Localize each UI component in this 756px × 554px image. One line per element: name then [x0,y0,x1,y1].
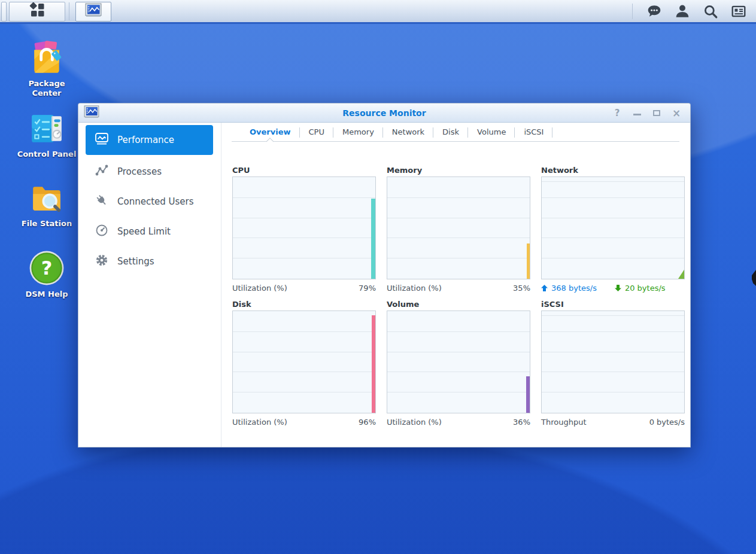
taskbar-separator [632,4,633,19]
footer-label: Utilization (%) [232,418,287,427]
volume-chart [387,311,530,413]
footer-value: 35% [513,284,530,293]
cpu-current-bar [371,199,375,279]
sidebar-item-label: Settings [117,256,154,267]
gauge-icon [95,224,109,239]
desktop-icon-file-station[interactable]: File Station [14,181,79,229]
performance-icon [95,132,109,148]
search-icon[interactable] [703,4,718,19]
sidebar-item-label: Performance [117,135,174,145]
panel-title: iSCSI [541,300,685,311]
titlebar[interactable]: Resource Monitor ? × [78,104,690,123]
tab-volume[interactable]: Volume [468,124,515,141]
sidebar-item-connected-users[interactable]: Connected Users [86,188,213,215]
maximize-button[interactable] [652,108,661,118]
resource-monitor-icon [85,3,102,20]
memory-chart [387,176,530,279]
desktop-icon-label: File Station [14,219,79,229]
widgets-icon[interactable] [731,4,746,19]
window-title: Resource Monitor [78,108,690,118]
footer-label: Utilization (%) [387,284,442,293]
overview-panels: CPU Utilization (%) 79% Memory [232,166,685,427]
show-desktop-button[interactable] [1,2,7,22]
resource-monitor-icon [84,105,99,121]
footer-value: 0 bytes/s [649,418,685,427]
plug-icon [95,194,109,209]
sidebar-item-label: Processes [117,166,162,177]
volume-panel: Volume Utilization (%) 36% [387,300,530,427]
tab-iscsi[interactable]: iSCSI [515,124,552,141]
gear-icon [95,254,109,269]
panel-title: Volume [387,300,530,311]
tab-overview[interactable]: Overview [241,124,300,141]
desktop-icon-package-center[interactable]: Package Center [14,41,79,98]
desktop-icon-control-panel[interactable]: Control Panel [14,111,79,159]
user-icon[interactable] [675,4,690,19]
footer-label: Throughput [541,418,587,427]
tab-network[interactable]: Network [383,124,433,141]
iscsi-panel: iSCSI Throughput 0 bytes/s [541,300,685,427]
taskbar-separator [69,2,69,20]
upload-arrow-icon [541,285,548,291]
panel-title: Disk [232,300,376,311]
desktop-icon-label: Package Center [14,79,79,98]
mouse-cursor [752,270,756,286]
tab-memory[interactable]: Memory [333,124,383,141]
tab-bar: Overview CPU Memory Network Disk Volume … [232,124,679,142]
main-content: Overview CPU Memory Network Disk Volume … [221,123,690,447]
footer-label: Utilization (%) [232,284,287,293]
panel-title: Memory [387,166,530,176]
memory-current-bar [527,243,530,279]
window-controls: ? × [612,108,681,118]
sidebar-item-speed-limit[interactable]: Speed Limit [86,218,213,245]
resource-monitor-task-button[interactable] [75,2,111,22]
panel-title: Network [541,166,685,176]
main-menu-button[interactable] [9,2,65,22]
package-center-icon [14,41,79,75]
notifications-icon[interactable] [646,4,662,19]
control-panel-icon [14,111,79,146]
network-download-text: 20 bytes/s [625,284,666,293]
svg-text:?: ? [41,257,53,279]
download-arrow-icon [615,285,621,291]
desktop-icon-label: Control Panel [14,150,79,159]
network-panel: Network 368 bytes/s 20 bytes/s [541,166,685,293]
sidebar-item-performance[interactable]: Performance [86,125,213,155]
main-menu-icon [28,2,46,20]
footer-value: 79% [359,284,376,293]
cpu-chart [232,176,376,279]
memory-panel: Memory Utilization (%) 35% [387,166,530,293]
cpu-panel: CPU Utilization (%) 79% [232,166,376,293]
sidebar-item-processes[interactable]: Processes [86,159,213,185]
sidebar-item-settings[interactable]: Settings [86,248,213,275]
tab-cpu[interactable]: CPU [300,124,333,141]
resource-monitor-window: Resource Monitor ? × [78,103,691,448]
footer-value: 96% [359,418,376,427]
sidebar-item-label: Connected Users [117,196,194,207]
desktop-icon-label: DSM Help [14,290,79,299]
footer-value: 36% [513,418,530,427]
disk-current-bar [372,315,375,413]
sidebar-item-label: Speed Limit [117,226,171,237]
desktop-icon-dsm-help[interactable]: ? DSM Help [14,250,79,299]
network-current-spike [678,270,684,279]
tab-disk[interactable]: Disk [433,124,468,141]
desktop: Package Center Control Panel [0,0,756,554]
file-station-icon [14,181,79,215]
processes-icon [95,164,109,179]
iscsi-chart [541,311,685,413]
taskbar [0,0,756,24]
footer-label: Utilization (%) [387,418,442,427]
close-button[interactable]: × [672,108,681,118]
network-chart [541,176,685,279]
network-upload-text: 368 bytes/s [551,284,597,293]
minimize-button[interactable] [632,108,642,118]
disk-chart [232,311,376,413]
help-icon: ? [14,250,79,286]
help-button[interactable]: ? [612,108,622,118]
sidebar: Performance Processes [78,123,221,447]
network-download: 20 bytes/s [615,284,666,293]
taskbar-right [632,4,746,19]
network-upload: 368 bytes/s [541,284,597,293]
disk-panel: Disk Utilization (%) 96% [232,300,376,427]
